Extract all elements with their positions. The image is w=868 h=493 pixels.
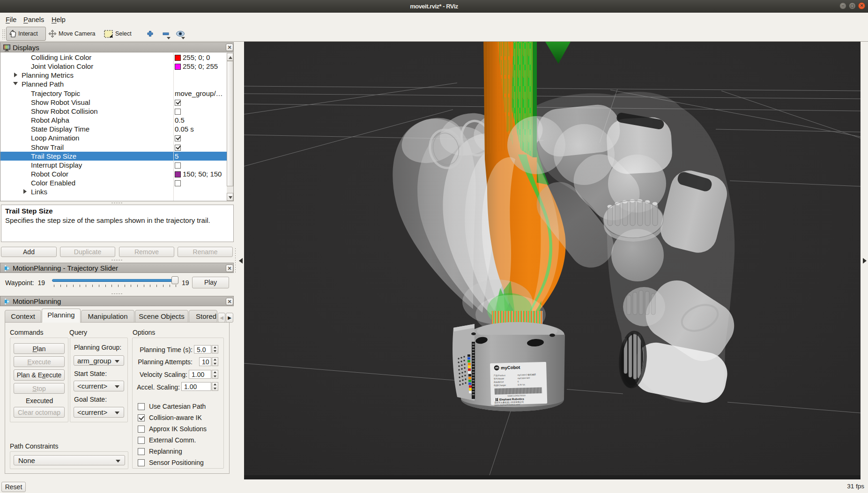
svg-text:myCobot: myCobot <box>501 365 520 370</box>
svg-text:型号/Model: 型号/Model <box>494 377 504 380</box>
svg-text:EAMC123456700331: EAMC123456700331 <box>508 394 526 397</box>
svg-text:8.4V 5A: 8.4V 5A <box>518 383 525 386</box>
svg-text:myCobot-500: myCobot-500 <box>518 377 530 380</box>
svg-text:电源/Charger: 电源/Charger <box>494 384 506 387</box>
svg-text:产品/Product: 产品/Product <box>494 374 506 377</box>
svg-text:自由度/Dof: 自由度/Dof <box>494 381 504 383</box>
